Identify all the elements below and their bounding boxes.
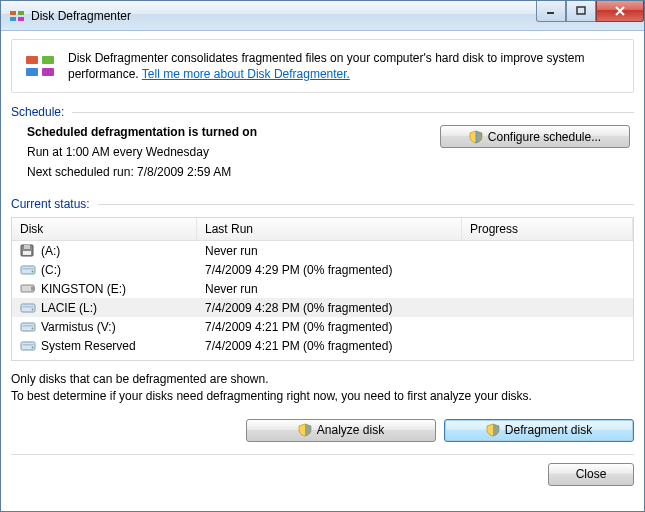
- schedule-nextrun: Next scheduled run: 7/8/2009 2:59 AM: [27, 165, 428, 179]
- column-disk[interactable]: Disk: [12, 218, 197, 240]
- configure-schedule-label: Configure schedule...: [488, 130, 601, 144]
- svg-rect-8: [42, 56, 54, 64]
- disk-name: Varmistus (V:): [41, 320, 116, 334]
- close-window-button[interactable]: [596, 1, 644, 22]
- titlebar[interactable]: Disk Defragmenter: [1, 1, 644, 31]
- drive-icon: [20, 282, 36, 295]
- maximize-button[interactable]: [566, 1, 596, 22]
- drive-icon: [20, 244, 36, 257]
- table-row[interactable]: KINGSTON (E:)Never run: [12, 279, 633, 298]
- svg-rect-17: [31, 287, 35, 291]
- configure-schedule-button[interactable]: Configure schedule...: [440, 125, 630, 148]
- svg-rect-19: [23, 306, 34, 308]
- table-row[interactable]: System Reserved7/4/2009 4:21 PM (0% frag…: [12, 336, 633, 355]
- svg-rect-24: [21, 342, 35, 350]
- footer-note-1: Only disks that can be defragmented are …: [11, 371, 634, 388]
- disk-defragmenter-window: Disk Defragmenter: [0, 0, 645, 512]
- svg-rect-18: [21, 304, 35, 312]
- svg-rect-21: [21, 323, 35, 331]
- schedule-label: Schedule:: [11, 105, 64, 119]
- svg-rect-12: [23, 251, 31, 255]
- svg-rect-13: [21, 266, 35, 274]
- svg-point-23: [32, 328, 34, 330]
- svg-rect-25: [23, 344, 34, 346]
- table-row[interactable]: (A:)Never run: [12, 241, 633, 260]
- drive-icon: [20, 320, 36, 333]
- shield-icon: [486, 423, 500, 437]
- schedule-runat: Run at 1:00 AM every Wednesday: [27, 145, 428, 159]
- svg-rect-22: [23, 325, 34, 327]
- app-icon: [9, 8, 25, 24]
- svg-rect-7: [26, 68, 38, 76]
- disk-lastrun: Never run: [197, 282, 462, 296]
- close-button[interactable]: Close: [548, 463, 634, 486]
- disk-name: (A:): [41, 244, 60, 258]
- svg-rect-11: [24, 245, 30, 249]
- drive-icon: [20, 263, 36, 276]
- svg-rect-5: [577, 7, 585, 14]
- shield-icon: [298, 423, 312, 437]
- disk-lastrun: 7/4/2009 4:21 PM (0% fragmented): [197, 320, 462, 334]
- svg-rect-1: [10, 17, 16, 21]
- disk-lastrun: 7/4/2009 4:21 PM (0% fragmented): [197, 339, 462, 353]
- disk-name: LACIE (L:): [41, 301, 97, 315]
- schedule-header: Schedule:: [11, 105, 634, 119]
- footer-note-2: To best determine if your disks need def…: [11, 388, 634, 405]
- column-progress[interactable]: Progress: [462, 218, 633, 240]
- svg-point-26: [32, 347, 34, 349]
- table-row[interactable]: LACIE (L:)7/4/2009 4:28 PM (0% fragmente…: [12, 298, 633, 317]
- svg-rect-6: [26, 56, 38, 64]
- disk-name: KINGSTON (E:): [41, 282, 126, 296]
- table-row[interactable]: (C:)7/4/2009 4:29 PM (0% fragmented): [12, 260, 633, 279]
- disk-name: System Reserved: [41, 339, 136, 353]
- svg-rect-9: [42, 68, 54, 76]
- window-title: Disk Defragmenter: [31, 9, 131, 23]
- schedule-status: Scheduled defragmentation is turned on: [27, 125, 428, 139]
- svg-rect-3: [18, 17, 24, 21]
- status-label: Current status:: [11, 197, 90, 211]
- analyze-disk-label: Analyze disk: [317, 423, 384, 437]
- drive-icon: [20, 301, 36, 314]
- analyze-disk-button[interactable]: Analyze disk: [246, 419, 436, 442]
- disk-lastrun: 7/4/2009 4:28 PM (0% fragmented): [197, 301, 462, 315]
- minimize-button[interactable]: [536, 1, 566, 22]
- svg-rect-2: [18, 11, 24, 15]
- defragment-disk-label: Defragment disk: [505, 423, 592, 437]
- column-lastrun[interactable]: Last Run: [197, 218, 462, 240]
- disk-lastrun: 7/4/2009 4:29 PM (0% fragmented): [197, 263, 462, 277]
- learn-more-link[interactable]: Tell me more about Disk Defragmenter.: [142, 67, 350, 81]
- svg-rect-4: [547, 12, 554, 14]
- drive-icon: [20, 339, 36, 352]
- svg-rect-14: [23, 268, 34, 270]
- status-header: Current status:: [11, 197, 634, 211]
- svg-point-20: [32, 309, 34, 311]
- svg-point-15: [32, 271, 34, 273]
- disk-list[interactable]: Disk Last Run Progress (A:)Never run(C:)…: [11, 217, 634, 361]
- disk-lastrun: Never run: [197, 244, 462, 258]
- defrag-icon: [24, 50, 56, 82]
- table-row[interactable]: Varmistus (V:)7/4/2009 4:21 PM (0% fragm…: [12, 317, 633, 336]
- info-panel: Disk Defragmenter consolidates fragmente…: [11, 39, 634, 93]
- defragment-disk-button[interactable]: Defragment disk: [444, 419, 634, 442]
- shield-icon: [469, 130, 483, 144]
- disk-list-header[interactable]: Disk Last Run Progress: [12, 218, 633, 241]
- disk-name: (C:): [41, 263, 61, 277]
- svg-rect-0: [10, 11, 16, 15]
